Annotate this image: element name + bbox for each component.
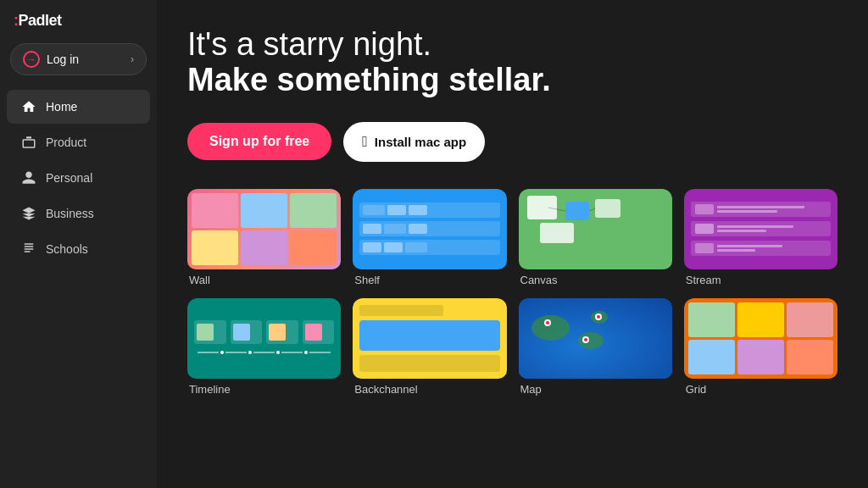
format-card-stream[interactable]: Stream — [684, 189, 837, 286]
backchannel-label: Backchannel — [353, 379, 506, 396]
grid-label: Grid — [684, 379, 837, 396]
sidebar-item-business-label: Business — [46, 207, 94, 220]
format-card-backchannel[interactable]: Backchannel — [353, 298, 506, 396]
wall-thumbnail — [187, 189, 341, 269]
login-chevron: › — [131, 53, 134, 65]
hero-section: It's a starry night. Make something stel… — [187, 27, 837, 98]
install-label: Install mac app — [375, 135, 466, 149]
logo: :Padlet — [0, 0, 157, 38]
svg-line-1 — [589, 208, 595, 211]
grid-thumbnail — [684, 298, 837, 379]
sidebar-item-personal-label: Personal — [46, 171, 92, 185]
map-pin-3 — [595, 313, 602, 320]
install-button[interactable]:  Install mac app — [343, 122, 485, 162]
cta-row: Sign up for free  Install mac app — [187, 122, 837, 162]
sidebar-item-product[interactable]: Product — [7, 125, 150, 159]
formats-grid: Wall Shelf Canvas — [187, 189, 837, 396]
shelf-label: Shelf — [353, 269, 506, 286]
map-continent-1 — [531, 315, 570, 341]
schools-icon — [20, 241, 37, 258]
format-card-shelf[interactable]: Shelf — [353, 189, 506, 286]
login-icon: → — [23, 51, 40, 68]
map-pin-2 — [582, 336, 589, 343]
map-thumbnail — [519, 298, 672, 379]
svg-line-0 — [548, 208, 565, 211]
hero-line1: It's a starry night. — [187, 27, 837, 63]
format-card-map[interactable]: Map — [519, 298, 672, 396]
map-label: Map — [519, 379, 672, 396]
backchannel-thumbnail — [353, 298, 506, 379]
sidebar-item-home[interactable]: Home — [7, 90, 150, 124]
canvas-lines — [519, 189, 672, 269]
home-icon — [20, 98, 37, 115]
apple-icon:  — [362, 133, 368, 151]
sidebar-item-schools-label: Schools — [46, 242, 88, 256]
hero-line2: Make something stellar. — [187, 63, 837, 98]
sidebar-item-product-label: Product — [46, 136, 86, 149]
wall-label: Wall — [187, 269, 341, 286]
signup-button[interactable]: Sign up for free — [187, 123, 331, 160]
sidebar-item-schools[interactable]: Schools — [7, 232, 150, 266]
product-icon — [20, 134, 37, 151]
shelf-thumbnail — [353, 189, 506, 269]
login-label: Log in — [47, 53, 79, 66]
format-card-timeline[interactable]: Timeline — [187, 298, 341, 396]
map-continent-2 — [578, 332, 604, 349]
canvas-thumbnail — [519, 189, 672, 269]
stream-label: Stream — [684, 269, 837, 286]
sidebar-item-business[interactable]: Business — [7, 197, 150, 230]
sidebar: :Padlet → Log in › Home Product Personal… — [0, 0, 157, 488]
sidebar-item-home-label: Home — [46, 100, 77, 114]
business-icon — [20, 205, 37, 222]
personal-icon — [20, 169, 37, 186]
timeline-label: Timeline — [187, 379, 341, 396]
sidebar-item-personal[interactable]: Personal — [7, 161, 150, 195]
map-pin-1 — [544, 319, 551, 326]
format-card-canvas[interactable]: Canvas — [519, 189, 672, 286]
stream-thumbnail — [684, 189, 837, 269]
timeline-thumbnail — [187, 298, 341, 379]
login-button[interactable]: → Log in › — [10, 43, 147, 75]
canvas-label: Canvas — [519, 269, 672, 286]
main-content: It's a starry night. Make something stel… — [157, 0, 868, 488]
format-card-grid[interactable]: Grid — [684, 298, 837, 396]
format-card-wall[interactable]: Wall — [187, 189, 341, 286]
logo-text: :Padlet — [14, 12, 62, 30]
